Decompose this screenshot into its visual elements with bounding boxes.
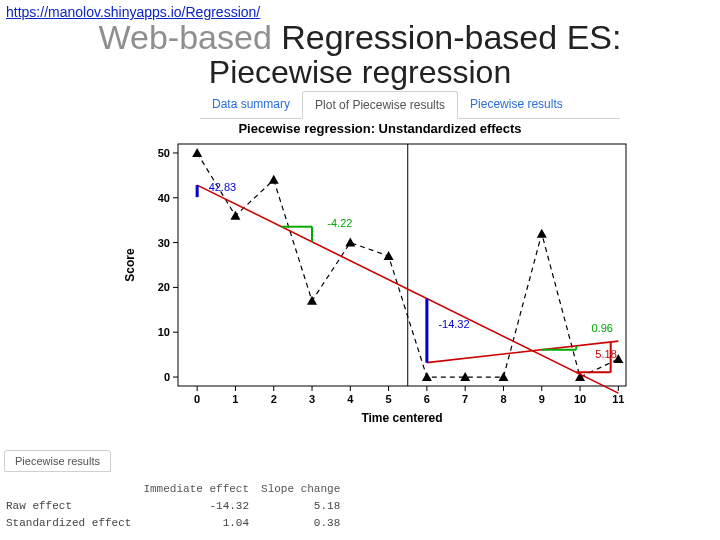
tab-plot-piecewise[interactable]: Plot of Piecewise results (302, 91, 458, 119)
page-title: Web-based Regression-based ES: Piecewise… (0, 20, 720, 89)
svg-text:0: 0 (164, 371, 170, 383)
svg-text:9: 9 (539, 393, 545, 405)
svg-text:0: 0 (194, 393, 200, 405)
svg-text:5.18: 5.18 (595, 348, 616, 360)
svg-text:11: 11 (612, 393, 624, 405)
svg-text:7: 7 (462, 393, 468, 405)
tab-piecewise-results[interactable]: Piecewise results (458, 91, 575, 118)
svg-text:6: 6 (424, 393, 430, 405)
svg-text:10: 10 (574, 393, 586, 405)
svg-text:3: 3 (309, 393, 315, 405)
svg-marker-41 (230, 211, 240, 220)
svg-marker-49 (537, 229, 547, 238)
results-table: Immediate effect Slope change Raw effect… (4, 480, 352, 533)
svg-text:30: 30 (158, 237, 170, 249)
svg-marker-44 (345, 238, 355, 247)
cell-value: 1.04 (143, 516, 259, 531)
svg-text:40: 40 (158, 192, 170, 204)
svg-text:2: 2 (271, 393, 277, 405)
svg-text:5: 5 (386, 393, 392, 405)
tabs: Data summary Plot of Piecewise results P… (200, 91, 620, 119)
row-label: Standardized effect (6, 516, 141, 531)
svg-text:50: 50 (158, 147, 170, 159)
tab-results-small[interactable]: Piecewise results (4, 450, 111, 472)
svg-text:10: 10 (158, 327, 170, 339)
title-black: Regression-based ES: (281, 18, 621, 56)
title-grey: Web-based (99, 18, 282, 56)
subtitle: Piecewise regression (0, 56, 720, 90)
svg-text:0.96: 0.96 (592, 323, 613, 335)
table-row: Standardized effect 1.04 0.38 (6, 516, 350, 531)
plot-title: Piecewise regression: Unstandardized eff… (120, 121, 640, 136)
results-header-row: Immediate effect Slope change (6, 482, 350, 497)
svg-marker-42 (269, 175, 279, 184)
svg-marker-45 (384, 251, 394, 260)
cell-value: 5.18 (261, 499, 350, 514)
svg-text:42.83: 42.83 (209, 181, 237, 193)
row-label: Raw effect (6, 499, 141, 514)
svg-text:20: 20 (158, 282, 170, 294)
cell-value: 0.38 (261, 516, 350, 531)
cell-value: -14.32 (143, 499, 259, 514)
svg-text:4: 4 (347, 393, 354, 405)
plot-area: Piecewise regression: Unstandardized eff… (120, 121, 720, 432)
svg-marker-48 (498, 372, 508, 381)
svg-marker-46 (422, 372, 432, 381)
svg-marker-43 (307, 296, 317, 305)
table-row: Raw effect -14.32 5.18 (6, 499, 350, 514)
svg-text:8: 8 (500, 393, 506, 405)
svg-text:Time centered: Time centered (361, 411, 442, 425)
tab-data-summary[interactable]: Data summary (200, 91, 302, 118)
col-immediate: Immediate effect (143, 482, 259, 497)
svg-line-53 (427, 341, 618, 363)
svg-marker-40 (192, 148, 202, 157)
svg-text:-4.22: -4.22 (327, 217, 352, 229)
svg-text:1: 1 (232, 393, 238, 405)
svg-text:-14.32: -14.32 (438, 318, 469, 330)
svg-text:Score: Score (123, 248, 137, 282)
col-slope: Slope change (261, 482, 350, 497)
regression-plot: 0123456789101101020304050Time centeredSc… (120, 138, 640, 428)
